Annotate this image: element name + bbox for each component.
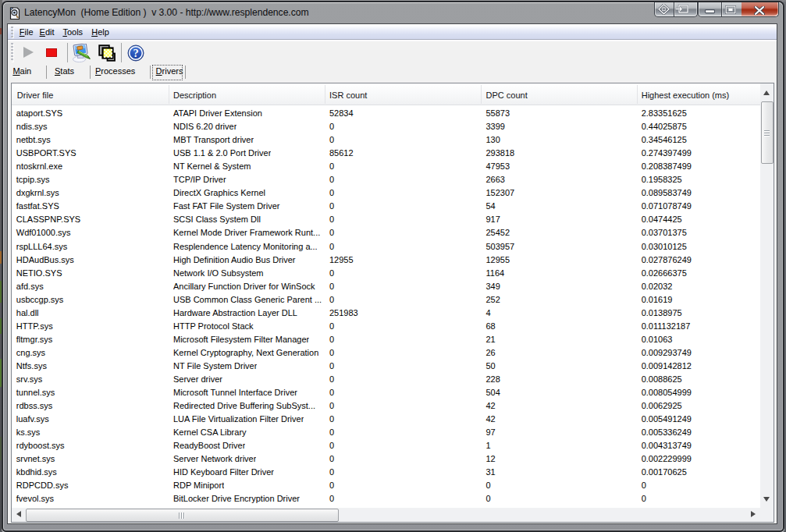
svg-text:?: ? [133, 47, 138, 59]
